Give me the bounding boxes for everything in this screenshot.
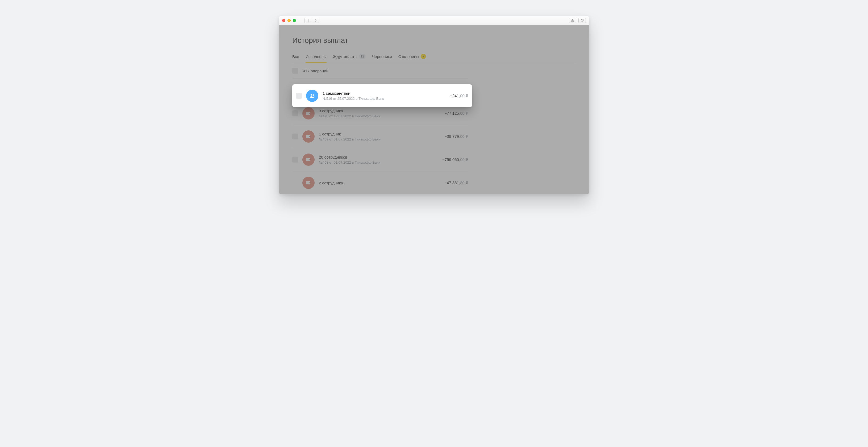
share-button[interactable] — [569, 18, 576, 23]
operation-amount: −77 125,00 ₽ — [444, 111, 468, 116]
operation-row[interactable]: 20 сотрудников №468 от 01.07.2022 в Тинь… — [292, 148, 468, 171]
maximize-window-button[interactable] — [293, 19, 296, 22]
operations-list: 417 операций 1 самозанятый №516 от 25.07… — [292, 63, 468, 194]
tab-all[interactable]: Все — [292, 53, 299, 63]
row-checkbox[interactable] — [292, 111, 298, 116]
app-content: История выплат Все Исполнены Ждут оплаты… — [279, 25, 589, 194]
operation-title: 20 сотрудников — [319, 155, 438, 159]
svg-point-14 — [310, 182, 310, 183]
operation-subtitle: №470 от 12.07.2022 в Тинькофф Банк — [319, 114, 440, 118]
window-titlebar — [279, 16, 589, 25]
operation-amount: −241,00 ₽ — [450, 93, 468, 98]
operation-title: 1 сотрудник — [319, 132, 440, 136]
tab-label: Все — [292, 54, 299, 59]
operation-amount: −39 779,00 ₽ — [444, 134, 468, 139]
tab-label: Отклонены — [398, 54, 419, 59]
svg-point-5 — [310, 113, 310, 114]
operation-amount: −759 060,00 ₽ — [442, 157, 468, 162]
wallet-icon — [302, 153, 315, 166]
tab-drafts[interactable]: Черновики — [372, 53, 392, 63]
svg-point-15 — [311, 94, 312, 95]
nav-back-button[interactable] — [305, 18, 312, 23]
operations-count: 417 операций — [303, 69, 329, 73]
chevron-left-icon — [307, 19, 310, 22]
operations-summary-row: 417 операций — [292, 63, 468, 79]
people-icon — [306, 90, 318, 102]
row-checkbox[interactable] — [292, 133, 298, 140]
tab-rejected[interactable]: Отклонены 7 — [398, 52, 426, 63]
tabs-button[interactable] — [579, 18, 586, 23]
close-window-button[interactable] — [282, 19, 285, 22]
select-all-checkbox[interactable] — [292, 68, 298, 74]
svg-rect-0 — [581, 20, 583, 22]
operation-subtitle: №469 от 01.07.2022 в Тинькофф Банк — [319, 137, 440, 141]
tabs: Все Исполнены Ждут оплаты 11 Черновики О… — [292, 52, 576, 63]
row-checkbox[interactable] — [292, 157, 298, 162]
nav-forward-button[interactable] — [312, 18, 319, 23]
share-icon — [571, 19, 574, 22]
tabs-icon — [581, 19, 584, 22]
wallet-icon — [302, 177, 315, 189]
svg-point-11 — [310, 159, 310, 160]
wallet-icon — [302, 130, 315, 143]
operation-title: 2 сотрудника — [319, 181, 440, 185]
tab-label: Ждут оплаты — [333, 54, 358, 59]
chevron-right-icon — [315, 19, 317, 22]
tab-label: Исполнены — [306, 54, 327, 59]
tab-awaiting-payment[interactable]: Ждут оплаты 11 — [333, 52, 366, 63]
operation-amount: −47 381,80 ₽ — [444, 180, 468, 185]
operation-title: 3 сотрудника — [319, 109, 440, 113]
operation-subtitle: №468 от 01.07.2022 в Тинькофф Банк — [319, 160, 438, 165]
operation-subtitle: №516 от 25.07.2022 в Тинькофф Банк — [322, 97, 446, 100]
tab-label: Черновики — [372, 54, 392, 59]
svg-point-16 — [312, 94, 314, 96]
tab-executed[interactable]: Исполнены — [306, 53, 327, 63]
tab-badge: 11 — [359, 54, 366, 59]
row-checkbox[interactable] — [296, 93, 302, 99]
svg-point-8 — [310, 136, 310, 137]
nav-arrows — [305, 18, 319, 23]
minimize-window-button[interactable] — [287, 19, 291, 22]
operation-row[interactable]: 2 сотрудника −47 381,80 ₽ — [292, 171, 468, 194]
tab-badge: 7 — [421, 54, 426, 59]
browser-window: История выплат Все Исполнены Ждут оплаты… — [279, 16, 589, 194]
page-title: История выплат — [292, 36, 576, 45]
operation-title: 1 самозанятый — [322, 91, 446, 95]
wallet-icon — [302, 107, 315, 119]
highlighted-operation-card[interactable]: 1 самозанятый №516 от 25.07.2022 в Тиньк… — [292, 84, 472, 107]
window-controls — [282, 19, 296, 22]
operation-row[interactable]: 1 сотрудник №469 от 01.07.2022 в Тинькоф… — [292, 125, 468, 148]
